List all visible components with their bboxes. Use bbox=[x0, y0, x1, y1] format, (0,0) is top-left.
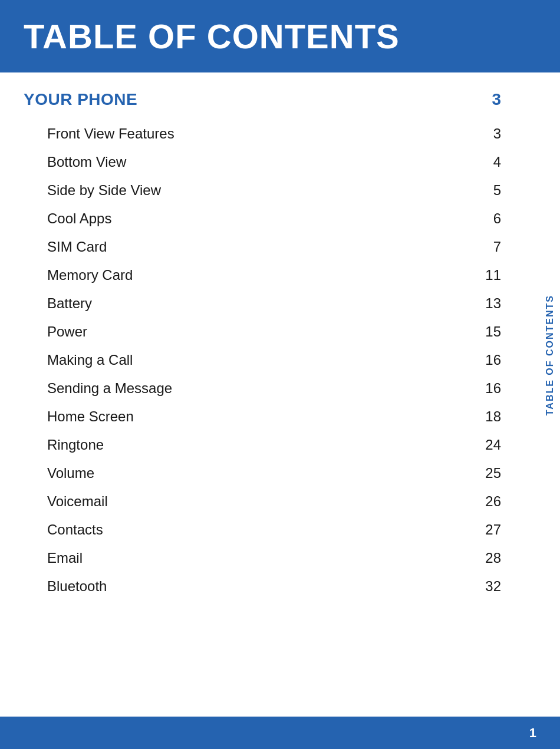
section-page: 3 bbox=[492, 90, 536, 109]
header-title: TABLE OF CONTENTS bbox=[24, 17, 400, 55]
toc-item-label: Voicemail bbox=[47, 493, 108, 510]
toc-item-page: 24 bbox=[485, 437, 536, 453]
toc-item: Front View Features3 bbox=[24, 120, 536, 148]
toc-item-label: Making a Call bbox=[47, 352, 133, 368]
toc-item-label: Power bbox=[47, 324, 87, 340]
toc-item: Bluetooth32 bbox=[24, 572, 536, 600]
toc-item: Contacts27 bbox=[24, 516, 536, 544]
toc-item: Email28 bbox=[24, 544, 536, 572]
toc-item-page: 11 bbox=[485, 267, 536, 283]
footer: 1 bbox=[0, 717, 560, 749]
toc-item-label: Email bbox=[47, 550, 83, 566]
toc-item-label: Side by Side View bbox=[47, 182, 161, 199]
toc-item: Voicemail26 bbox=[24, 487, 536, 516]
toc-item-page: 7 bbox=[493, 239, 536, 255]
toc-item-label: Bottom View bbox=[47, 154, 126, 170]
toc-item: Bottom View4 bbox=[24, 148, 536, 176]
toc-item-label: Battery bbox=[47, 295, 92, 312]
toc-item: Memory Card11 bbox=[24, 261, 536, 289]
toc-item-label: Sending a Message bbox=[47, 380, 172, 397]
section-header: YOUR PHONE 3 bbox=[24, 90, 536, 109]
toc-item-page: 32 bbox=[485, 578, 536, 595]
toc-item: Making a Call16 bbox=[24, 346, 536, 374]
toc-item: Sending a Message16 bbox=[24, 374, 536, 402]
toc-item-label: Bluetooth bbox=[47, 578, 107, 595]
toc-item-page: 5 bbox=[493, 182, 536, 199]
toc-item-label: SIM Card bbox=[47, 239, 107, 255]
toc-item: SIM Card7 bbox=[24, 233, 536, 261]
toc-item-page: 6 bbox=[493, 210, 536, 227]
content: YOUR PHONE 3 Front View Features3Bottom … bbox=[0, 90, 560, 600]
toc-item-page: 15 bbox=[485, 324, 536, 340]
side-label-text: TABLE OF CONTENTS bbox=[545, 295, 555, 415]
toc-item-page: 25 bbox=[485, 465, 536, 481]
toc-item: Battery13 bbox=[24, 289, 536, 318]
toc-item: Power15 bbox=[24, 318, 536, 346]
toc-item-page: 26 bbox=[485, 493, 536, 510]
toc-item-page: 4 bbox=[493, 154, 536, 170]
toc-item-page: 18 bbox=[485, 408, 536, 425]
toc-item-label: Ringtone bbox=[47, 437, 104, 453]
toc-item-label: Cool Apps bbox=[47, 210, 111, 227]
toc-item-label: Memory Card bbox=[47, 267, 133, 283]
header: TABLE OF CONTENTS bbox=[0, 0, 560, 72]
toc-item-page: 27 bbox=[485, 522, 536, 538]
toc-item-label: Front View Features bbox=[47, 126, 174, 142]
toc-item: Volume25 bbox=[24, 459, 536, 487]
toc-list: Front View Features3Bottom View4Side by … bbox=[24, 120, 536, 600]
toc-item-page: 16 bbox=[485, 380, 536, 397]
toc-item: Ringtone24 bbox=[24, 431, 536, 459]
section-title: YOUR PHONE bbox=[24, 90, 137, 109]
toc-item-page: 28 bbox=[485, 550, 536, 566]
toc-item-page: 3 bbox=[493, 126, 536, 142]
toc-item: Cool Apps6 bbox=[24, 204, 536, 233]
toc-item: Side by Side View5 bbox=[24, 176, 536, 204]
toc-item-label: Contacts bbox=[47, 522, 103, 538]
toc-item: Home Screen18 bbox=[24, 402, 536, 431]
side-label-container: TABLE OF CONTENTS bbox=[545, 295, 555, 415]
toc-item-label: Volume bbox=[47, 465, 94, 481]
toc-item-label: Home Screen bbox=[47, 408, 134, 425]
toc-item-page: 13 bbox=[485, 295, 536, 312]
toc-item-page: 16 bbox=[485, 352, 536, 368]
footer-page: 1 bbox=[529, 725, 536, 741]
